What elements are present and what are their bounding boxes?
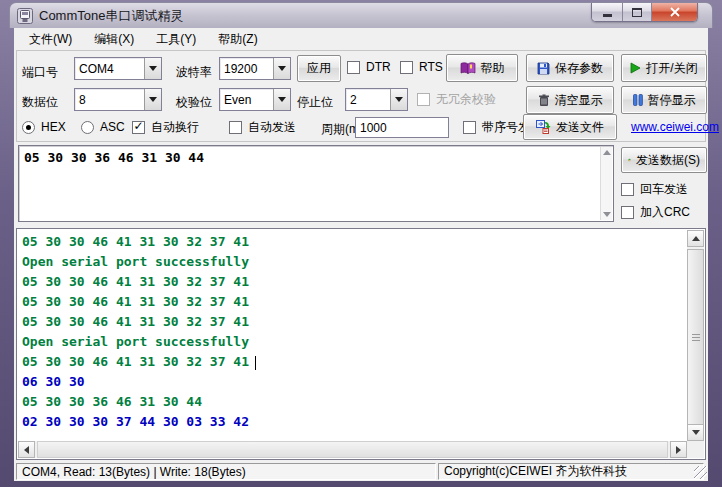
baud-select-value: 19200 xyxy=(220,58,273,79)
cr-send-checkbox[interactable]: 回车发送 xyxy=(621,181,688,197)
parity-select-value: Even xyxy=(220,89,273,110)
stop-bits-select[interactable]: 2 xyxy=(345,88,408,111)
text-cursor xyxy=(255,356,256,370)
rx-line: Open serial port successfully xyxy=(22,332,687,352)
close-icon xyxy=(670,7,680,17)
receive-vertical-scrollbar[interactable] xyxy=(687,230,704,441)
send-data-box[interactable]: 05 30 30 36 46 31 30 44 xyxy=(18,145,614,222)
port-select[interactable]: COM4 xyxy=(74,57,162,80)
chevron-down-icon[interactable] xyxy=(144,89,161,110)
send-data-icon xyxy=(628,153,631,167)
trash-icon xyxy=(538,94,550,107)
client-area: 文件(W) 编辑(X) 工具(Y) 帮助(Z) 端口号 COM4 波特率 192… xyxy=(14,28,708,481)
menu-help[interactable]: 帮助(Z) xyxy=(207,28,268,51)
receive-horizontal-scrollbar[interactable] xyxy=(18,441,687,458)
close-button[interactable] xyxy=(652,3,697,21)
rts-checkbox[interactable]: RTS xyxy=(400,59,443,75)
no-redundancy-checkbox: 无冗余校验 xyxy=(417,91,496,107)
apply-button[interactable]: 应用 xyxy=(297,55,341,82)
scroll-down-icon xyxy=(692,430,700,435)
parity-label: 校验位 xyxy=(176,94,212,111)
maximize-icon xyxy=(632,8,642,17)
rx-line: 06 30 30 xyxy=(22,372,687,392)
maximize-button[interactable] xyxy=(623,3,652,21)
data-bits-label: 数据位 xyxy=(22,94,58,111)
statusbar: COM4, Read: 13(Bytes) | Write: 18(Bytes)… xyxy=(14,462,708,481)
hex-radio[interactable]: HEX xyxy=(22,119,66,135)
app-icon xyxy=(17,8,33,24)
port-select-value: COM4 xyxy=(75,58,144,79)
scroll-up-icon[interactable] xyxy=(603,150,611,155)
scroll-left-icon xyxy=(24,446,29,454)
scroll-right-icon xyxy=(676,446,681,454)
menubar: 文件(W) 编辑(X) 工具(Y) 帮助(Z) xyxy=(14,28,708,50)
stop-bits-label: 停止位 xyxy=(297,94,333,111)
data-bits-select[interactable]: 8 xyxy=(74,88,162,111)
rx-line: 05 30 30 46 41 31 30 32 37 41 xyxy=(22,352,687,372)
rx-line: Open serial port successfully xyxy=(22,252,687,272)
scroll-down-button[interactable] xyxy=(687,424,704,441)
baud-label: 波特率 xyxy=(176,64,212,81)
receive-data-box[interactable]: 05 30 30 46 41 31 30 32 37 41Open serial… xyxy=(16,228,706,460)
rx-line: 05 30 30 36 46 31 30 44 xyxy=(22,392,687,412)
window-title: CommTone串口调试精灵 xyxy=(39,7,183,25)
pause-display-button[interactable]: 暂停显示 xyxy=(621,86,707,114)
send-file-icon xyxy=(536,120,551,134)
scroll-left-button[interactable] xyxy=(18,441,35,458)
help-book-icon xyxy=(460,62,476,75)
website-link[interactable]: www.ceiwei.com xyxy=(631,120,719,134)
crc-checkbox[interactable]: 加入CRC xyxy=(621,204,690,220)
chevron-down-icon[interactable] xyxy=(144,58,161,79)
scroll-up-icon xyxy=(692,236,700,241)
menu-edit[interactable]: 编辑(X) xyxy=(83,28,145,51)
rx-line: 05 30 30 46 41 31 30 32 37 41 xyxy=(22,292,687,312)
data-bits-select-value: 8 xyxy=(75,89,144,110)
save-params-button[interactable]: 保存参数 xyxy=(526,54,614,82)
scroll-right-button[interactable] xyxy=(670,441,687,458)
scroll-down-icon[interactable] xyxy=(603,212,611,217)
baud-select[interactable]: 19200 xyxy=(219,57,291,80)
help-button[interactable]: 帮助 xyxy=(446,54,518,82)
port-label: 端口号 xyxy=(22,64,58,81)
menu-tools[interactable]: 工具(Y) xyxy=(145,28,207,51)
auto-wrap-checkbox[interactable]: 自动换行 xyxy=(132,119,199,135)
receive-area-text[interactable]: 05 30 30 46 41 31 30 32 37 41Open serial… xyxy=(22,232,687,441)
titlebar[interactable]: CommTone串口调试精灵 xyxy=(9,2,713,28)
status-copyright: Copyright(c)CEIWEI 齐为软件科技 xyxy=(438,463,704,480)
chevron-down-icon[interactable] xyxy=(273,58,290,79)
horizontal-scroll-thumb[interactable] xyxy=(37,441,668,458)
minimize-button[interactable] xyxy=(592,3,623,21)
rx-line: 02 30 30 30 37 44 30 03 33 42 xyxy=(22,412,687,432)
vertical-scroll-thumb[interactable] xyxy=(687,249,704,427)
stop-bits-select-value: 2 xyxy=(346,89,390,110)
clear-display-button[interactable]: 清空显示 xyxy=(526,86,614,114)
status-io-counts: COM4, Read: 13(Bytes) | Write: 18(Bytes) xyxy=(16,463,436,480)
auto-send-checkbox[interactable]: 自动发送 xyxy=(229,119,296,135)
period-input[interactable] xyxy=(355,117,449,138)
pause-icon xyxy=(633,94,643,106)
rx-line: 05 30 30 46 41 31 30 32 37 41 xyxy=(22,312,687,332)
parity-select[interactable]: Even xyxy=(219,88,291,111)
dtr-checkbox[interactable]: DTR xyxy=(347,59,391,75)
send-data-button[interactable]: 发送数据(S) xyxy=(621,147,707,173)
asc-radio[interactable]: ASC xyxy=(81,119,125,135)
play-icon xyxy=(630,62,641,74)
rx-line: 05 30 30 46 41 31 30 32 37 41 xyxy=(22,272,687,292)
minimize-icon xyxy=(603,14,612,17)
scroll-up-button[interactable] xyxy=(687,230,704,247)
save-floppy-icon xyxy=(537,62,550,75)
window-controls xyxy=(591,3,698,22)
chevron-down-icon[interactable] xyxy=(273,89,290,110)
menu-file[interactable]: 文件(W) xyxy=(18,28,83,51)
send-file-button[interactable]: 发送文件 xyxy=(523,114,617,140)
chevron-down-icon[interactable] xyxy=(390,89,407,110)
send-data-text[interactable]: 05 30 30 36 46 31 30 44 xyxy=(24,150,597,165)
open-close-button[interactable]: 打开/关闭 xyxy=(621,54,707,82)
send-scrollbar[interactable] xyxy=(600,147,612,220)
resize-grip[interactable] xyxy=(694,466,707,479)
rx-line: 05 30 30 46 41 31 30 32 37 41 xyxy=(22,232,687,252)
scrollbar-corner xyxy=(687,441,704,458)
